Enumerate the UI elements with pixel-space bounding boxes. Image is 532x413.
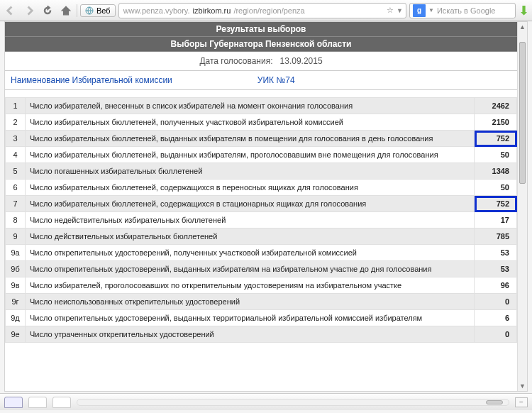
address-bar[interactable]: www.penza.vybory.izbirkom.ru/region/regi… [118, 3, 406, 18]
status-tab-3[interactable] [52, 397, 71, 408]
horizontal-thumb[interactable] [486, 400, 503, 404]
row-number: 8 [6, 212, 26, 228]
header-results: Результаты выборов [5, 22, 517, 37]
row-number: 9 [6, 228, 26, 245]
row-description: Число утраченных открепительных удостове… [26, 326, 475, 343]
date-label: Дата голосования: [199, 56, 272, 66]
forward-button [21, 3, 37, 18]
url-pre: www.penza.vybory. [123, 6, 190, 15]
row-value: 1348 [475, 163, 517, 180]
table-row: 8Число недействительных избирательных бю… [6, 212, 517, 228]
row-number: 6 [6, 180, 26, 196]
row-number: 5 [6, 163, 26, 180]
search-box[interactable]: g ▼ Искать в Google [409, 3, 516, 18]
separator [77, 4, 77, 17]
scroll-thumb[interactable] [519, 42, 526, 184]
table-row: 3Число избирательных бюллетеней, выданны… [6, 131, 517, 147]
vertical-scrollbar[interactable]: ▲ ▼ [517, 22, 527, 391]
url-post: /region/region/penza [233, 6, 304, 15]
row-number: 9д [6, 310, 26, 326]
row-description: Число действительных избирательных бюлле… [26, 228, 475, 245]
table-row: 9аЧисло открепительных удостоверений, по… [6, 245, 517, 261]
row-value: 752 [475, 196, 517, 212]
status-tab-2[interactable] [28, 397, 47, 408]
row-description: Число избирательных бюллетеней, содержащ… [26, 180, 475, 196]
row-number: 1 [6, 98, 26, 114]
table-row: 9Число действительных избирательных бюлл… [6, 228, 517, 245]
table-row: 9гЧисло неиспользованных открепительных … [6, 294, 517, 310]
row-number: 4 [6, 147, 26, 163]
row-number: 3 [6, 131, 26, 147]
table-row: 6Число избирательных бюллетеней, содержа… [6, 180, 517, 196]
row-number: 9е [6, 326, 26, 343]
status-bar: − [0, 393, 532, 410]
row-value: 17 [475, 212, 517, 228]
horizontal-scrollbar[interactable] [77, 399, 509, 406]
table-row: 9еЧисло утраченных открепительных удосто… [6, 326, 517, 343]
home-button[interactable] [58, 3, 74, 18]
row-description: Число неиспользованных открепительных уд… [26, 294, 475, 310]
row-description: Число открепительных удостоверений, полу… [26, 245, 475, 261]
scroll-down-icon[interactable]: ▼ [518, 381, 527, 391]
row-number: 9а [6, 245, 26, 261]
row-description: Число открепительных удостоверений, выда… [26, 310, 475, 326]
row-value: 2462 [475, 98, 517, 114]
row-value: 2150 [475, 114, 517, 131]
google-icon: g [413, 4, 426, 17]
dropdown-icon[interactable]: ▼ [397, 7, 403, 14]
commission-bar: Наименование Избирательной комиссии УИК … [5, 70, 517, 90]
table-row: 9дЧисло открепительных удостоверений, вы… [6, 310, 517, 326]
row-number: 9г [6, 294, 26, 310]
row-value: 785 [475, 228, 517, 245]
row-number: 2 [6, 114, 26, 131]
table-row: 4Число избирательных бюллетеней, выданны… [6, 147, 517, 163]
search-dropdown-icon[interactable]: ▼ [428, 7, 434, 13]
row-description: Число погашенных избирательных бюллетене… [26, 163, 475, 180]
zoom-out-button[interactable]: − [515, 397, 528, 407]
table-row: 2Число избирательных бюллетеней, получен… [6, 114, 517, 131]
page-viewport: Результаты выборов Выборы Губернатора Пе… [4, 21, 528, 392]
reload-button[interactable] [40, 3, 55, 18]
back-button [3, 3, 18, 18]
table-row: 7Число избирательных бюллетеней, содержа… [6, 196, 517, 212]
header-election: Выборы Губернатора Пензенской области [5, 37, 517, 52]
row-description: Число избирателей, проголосовавших по от… [26, 277, 475, 294]
row-value: 53 [475, 261, 517, 277]
browser-toolbar: Веб www.penza.vybory.izbirkom.ru/region/… [0, 0, 532, 21]
row-value: 50 [475, 147, 517, 163]
row-description: Число открепительных удостоверений, выда… [26, 261, 475, 277]
row-description: Число избирательных бюллетеней, содержащ… [26, 196, 475, 212]
row-description: Число избирательных бюллетеней, выданных… [26, 131, 475, 147]
row-description: Число избирательных бюллетеней, полученн… [26, 114, 475, 131]
web-label: Веб [96, 6, 111, 15]
row-number: 9в [6, 277, 26, 294]
date-value: 13.09.2015 [280, 56, 323, 66]
row-value: 752 [475, 131, 517, 147]
web-button[interactable]: Веб [80, 4, 116, 17]
row-description: Число избирателей, внесенных в список из… [26, 98, 475, 114]
uik-link[interactable]: УИК №74 [257, 75, 295, 85]
table-row: 5Число погашенных избирательных бюллетен… [6, 163, 517, 180]
row-description: Число недействительных избирательных бюл… [26, 212, 475, 228]
row-number: 7 [6, 196, 26, 212]
bookmark-star-icon[interactable]: ☆ [387, 6, 394, 15]
url-domain: izbirkom.ru [193, 6, 231, 15]
date-bar: Дата голосования: 13.09.2015 [5, 52, 517, 70]
row-value: 0 [475, 326, 517, 343]
row-value: 53 [475, 245, 517, 261]
row-number: 9б [6, 261, 26, 277]
download-icon[interactable]: ⬇ [519, 3, 529, 18]
search-placeholder: Искать в Google [437, 6, 496, 15]
row-value: 6 [475, 310, 517, 326]
status-tab-1[interactable] [4, 397, 23, 408]
row-value: 50 [475, 180, 517, 196]
results-table: 1Число избирателей, внесенных в список и… [5, 97, 517, 343]
scroll-up-icon[interactable]: ▲ [518, 22, 527, 32]
row-value: 96 [475, 277, 517, 294]
row-value: 0 [475, 294, 517, 310]
table-row: 1Число избирателей, внесенных в список и… [6, 98, 517, 114]
table-row: 9бЧисло открепительных удостоверений, вы… [6, 261, 517, 277]
table-row: 9вЧисло избирателей, проголосовавших по … [6, 277, 517, 294]
row-description: Число избирательных бюллетеней, выданных… [26, 147, 475, 163]
commission-name-link[interactable]: Наименование Избирательной комиссии [11, 75, 172, 85]
